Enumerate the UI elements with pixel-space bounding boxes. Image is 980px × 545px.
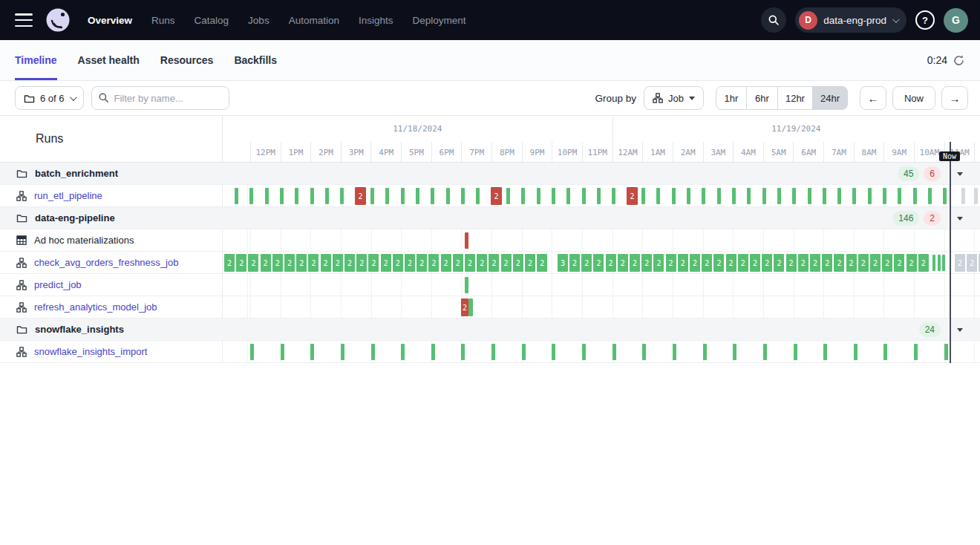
run-bar[interactable]	[431, 188, 434, 204]
run-bar[interactable]: 2	[666, 254, 676, 272]
run-bar[interactable]: 2	[489, 254, 499, 272]
run-bar[interactable]: 2	[368, 254, 379, 272]
run-bar[interactable]	[762, 188, 766, 204]
menu-icon[interactable]	[15, 13, 33, 27]
run-bar[interactable]	[461, 188, 465, 204]
run-bar[interactable]	[235, 188, 238, 204]
user-avatar[interactable]: G	[944, 8, 968, 33]
run-bar[interactable]	[747, 188, 751, 204]
search-button[interactable]	[761, 7, 786, 33]
run-bar[interactable]: 2	[606, 254, 616, 272]
run-bar[interactable]	[938, 255, 941, 271]
run-bar[interactable]	[582, 344, 586, 360]
row-label[interactable]: snowflake_insights_import	[34, 346, 147, 357]
run-bar[interactable]	[552, 344, 555, 360]
run-bar[interactable]: 2	[834, 254, 844, 272]
run-bar[interactable]	[461, 344, 465, 360]
run-bar[interactable]	[612, 344, 616, 360]
tab-asset-health[interactable]: Asset health	[78, 40, 140, 80]
run-bar[interactable]	[491, 344, 495, 360]
run-bar[interactable]	[883, 344, 887, 360]
run-bar[interactable]	[673, 344, 676, 360]
run-bar[interactable]	[932, 255, 935, 271]
run-bar[interactable]	[582, 188, 586, 204]
run-bar[interactable]	[506, 188, 510, 204]
run-bar[interactable]	[612, 188, 615, 204]
run-bar[interactable]: 2	[344, 254, 355, 272]
run-bar[interactable]: 2	[810, 254, 820, 272]
run-bar[interactable]: 2	[702, 254, 712, 272]
run-bar[interactable]: 2	[738, 254, 748, 272]
top-nav-item-automation[interactable]: Automation	[289, 15, 339, 26]
run-bar[interactable]	[837, 188, 841, 204]
run-bar[interactable]	[446, 188, 450, 204]
run-bar[interactable]	[717, 188, 721, 204]
run-bar[interactable]: 2	[593, 254, 604, 272]
run-bar[interactable]	[852, 188, 856, 204]
run-bar[interactable]: 2	[762, 254, 772, 272]
run-bar[interactable]	[794, 344, 797, 360]
run-bar[interactable]	[468, 298, 473, 316]
run-bar[interactable]	[702, 188, 705, 204]
row-label[interactable]: predict_job	[34, 279, 82, 290]
run-bar[interactable]	[883, 188, 886, 204]
name-filter-input[interactable]	[91, 86, 229, 110]
run-bar[interactable]: 2	[882, 254, 892, 272]
run-bar[interactable]: 2	[416, 254, 427, 272]
run-bar[interactable]	[310, 188, 314, 204]
run-bar[interactable]	[854, 344, 858, 360]
run-bar[interactable]: 2	[248, 254, 258, 272]
run-bar[interactable]: 2	[441, 254, 451, 272]
top-nav-item-runs[interactable]: Runs	[151, 15, 175, 26]
run-bar[interactable]	[961, 188, 965, 204]
run-bar[interactable]	[385, 188, 389, 204]
run-bar[interactable]	[641, 188, 645, 204]
run-bar[interactable]	[942, 255, 945, 271]
run-bar[interactable]	[823, 188, 826, 204]
run-bar[interactable]: 2	[713, 254, 724, 272]
row-label[interactable]: check_avg_orders_freshness_job	[34, 257, 178, 268]
run-bar[interactable]	[777, 188, 781, 204]
run-bar[interactable]: 2	[786, 254, 797, 272]
run-bar[interactable]: 2	[967, 254, 977, 272]
run-bar[interactable]: 2	[513, 254, 523, 272]
run-bar[interactable]	[476, 188, 480, 204]
range-12hr-button[interactable]: 12hr	[778, 86, 813, 110]
run-bar[interactable]: 2	[726, 254, 736, 272]
range-24hr-button[interactable]: 24hr	[813, 86, 848, 110]
run-bar[interactable]	[281, 344, 284, 360]
run-bar[interactable]: 2	[321, 254, 331, 272]
run-bar[interactable]: 2	[798, 254, 808, 272]
run-bar[interactable]: 2	[296, 254, 307, 272]
run-bar[interactable]: 2	[870, 254, 881, 272]
tab-timeline[interactable]: Timeline	[15, 40, 57, 80]
run-bar[interactable]: 2	[569, 254, 580, 272]
run-bar[interactable]: 2	[618, 254, 628, 272]
run-bar[interactable]: 2	[465, 254, 475, 272]
run-bar[interactable]: 2	[537, 254, 547, 272]
run-bar[interactable]	[465, 277, 468, 293]
run-bar[interactable]	[431, 344, 435, 360]
run-bar[interactable]	[249, 188, 253, 204]
run-bar[interactable]	[703, 344, 707, 360]
run-bar[interactable]	[522, 344, 526, 360]
run-bar[interactable]	[521, 188, 525, 204]
run-bar[interactable]: 2	[846, 254, 857, 272]
run-bar[interactable]	[370, 188, 374, 204]
run-bar[interactable]	[792, 188, 796, 204]
run-bar[interactable]: 2	[858, 254, 869, 272]
run-bar[interactable]	[295, 188, 298, 204]
tab-resources[interactable]: Resources	[160, 40, 214, 80]
run-bar[interactable]	[566, 188, 570, 204]
run-bar[interactable]	[687, 188, 690, 204]
run-bar[interactable]	[808, 188, 811, 204]
dagster-logo[interactable]	[45, 7, 71, 33]
run-bar[interactable]	[944, 344, 948, 360]
expand-caret-button[interactable]	[950, 207, 970, 229]
page-later-button[interactable]: →	[941, 86, 968, 110]
run-bar[interactable]	[913, 188, 917, 204]
run-bar[interactable]	[943, 188, 947, 204]
run-bar[interactable]	[732, 188, 736, 204]
run-bar[interactable]	[325, 188, 329, 204]
run-bar[interactable]: 2	[822, 254, 832, 272]
